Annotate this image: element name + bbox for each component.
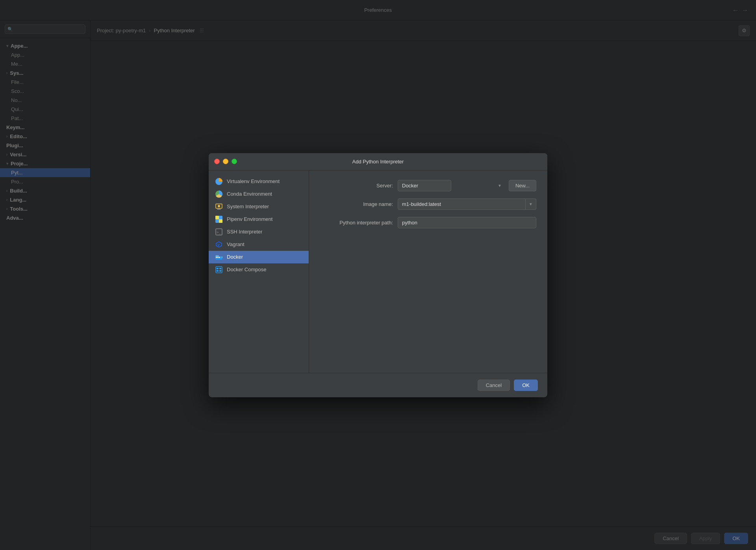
modal-title: Add Python Interpreter — [352, 159, 404, 165]
close-traffic-light[interactable] — [214, 159, 220, 164]
conda-icon — [215, 190, 223, 198]
interpreter-form: Server: Docker Docker Machine Custom New… — [309, 170, 547, 373]
interpreter-label-vagrant: Vagrant — [227, 241, 245, 247]
svg-text:>_: >_ — [217, 230, 221, 234]
interpreter-item-docker-compose[interactable]: Docker Compose — [209, 263, 309, 276]
new-server-button[interactable]: New... — [509, 180, 536, 191]
svg-rect-14 — [216, 257, 217, 258]
ssh-icon: >_ — [215, 228, 223, 236]
vagrant-icon: V — [215, 241, 223, 248]
image-name-dropdown-button[interactable]: ▼ — [526, 198, 536, 210]
interpreter-item-virtualenv[interactable]: Virtualenv Environment — [209, 175, 309, 188]
server-select[interactable]: Docker Docker Machine Custom — [398, 180, 451, 191]
svg-rect-15 — [217, 257, 219, 258]
server-row: Server: Docker Docker Machine Custom New… — [320, 180, 536, 191]
svg-rect-18 — [217, 256, 219, 257]
svg-rect-4 — [217, 209, 221, 210]
svg-rect-3 — [218, 208, 220, 209]
virtualenv-icon — [215, 178, 223, 185]
pipenv-icon — [215, 215, 223, 223]
svg-rect-23 — [219, 270, 221, 272]
svg-rect-20 — [217, 268, 219, 269]
traffic-lights — [214, 159, 237, 164]
svg-rect-7 — [215, 216, 219, 219]
image-name-input[interactable] — [398, 198, 526, 210]
minimize-traffic-light[interactable] — [223, 159, 228, 164]
interpreter-item-conda[interactable]: Conda Environment — [209, 188, 309, 200]
svg-rect-8 — [219, 219, 222, 223]
interpreter-label-virtualenv: Virtualenv Environment — [227, 178, 280, 184]
svg-rect-19 — [216, 267, 222, 273]
interpreter-item-vagrant[interactable]: V Vagrant — [209, 238, 309, 251]
maximize-traffic-light[interactable] — [232, 159, 237, 164]
interpreter-list: Virtualenv Environment Conda Environment — [209, 170, 309, 373]
interpreter-item-pipenv[interactable]: Pipenv Environment — [209, 213, 309, 226]
preferences-window: Preferences ← → 🔍 ▾ Appe... App... — [0, 0, 756, 550]
image-name-row: Image name: ▼ — [320, 198, 536, 210]
python-path-label: Python interpreter path: — [320, 220, 393, 226]
add-interpreter-dialog: Add Python Interpreter Virtualenv Enviro… — [209, 153, 547, 397]
modal-title-bar: Add Python Interpreter — [209, 153, 547, 170]
interpreter-label-docker: Docker — [227, 254, 243, 260]
interpreter-item-ssh[interactable]: >_ SSH Interpreter — [209, 226, 309, 238]
modal-footer: Cancel OK — [209, 373, 547, 397]
svg-rect-17 — [216, 256, 217, 257]
svg-text:V: V — [217, 243, 220, 247]
server-control-group: Docker Docker Machine Custom New... — [398, 180, 536, 191]
svg-point-5 — [218, 205, 220, 207]
python-path-row: Python interpreter path: — [320, 217, 536, 228]
image-name-control: ▼ — [398, 198, 536, 210]
svg-rect-16 — [219, 257, 220, 258]
server-label: Server: — [320, 183, 393, 189]
interpreter-item-docker[interactable]: Docker — [209, 251, 309, 263]
modal-body: Virtualenv Environment Conda Environment — [209, 170, 547, 373]
svg-rect-22 — [217, 270, 219, 272]
interpreter-item-system[interactable]: System Interpreter — [209, 200, 309, 213]
python-path-input[interactable] — [398, 217, 536, 228]
image-name-label: Image name: — [320, 201, 393, 207]
docker-icon — [215, 253, 223, 261]
interpreter-label-pipenv: Pipenv Environment — [227, 216, 272, 222]
interpreter-label-system: System Interpreter — [227, 204, 269, 209]
docker-compose-icon — [215, 266, 223, 274]
interpreter-label-docker-compose: Docker Compose — [227, 267, 266, 272]
modal-ok-button[interactable]: OK — [514, 380, 538, 391]
modal-cancel-button[interactable]: Cancel — [478, 380, 510, 391]
server-select-wrapper: Docker Docker Machine Custom — [398, 180, 506, 191]
interpreter-label-conda: Conda Environment — [227, 191, 272, 197]
system-icon — [215, 203, 223, 211]
interpreter-label-ssh: SSH Interpreter — [227, 229, 262, 235]
modal-overlay: Add Python Interpreter Virtualenv Enviro… — [0, 0, 756, 550]
svg-rect-21 — [219, 268, 221, 269]
